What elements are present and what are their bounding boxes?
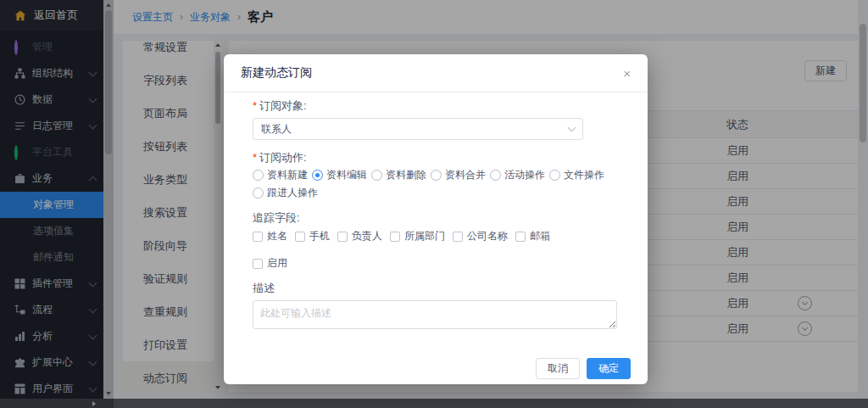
select-value: 联系人: [261, 122, 292, 137]
modal-header: 新建动态订阅 ×: [224, 54, 648, 92]
radio-option[interactable]: 资料新建: [253, 168, 308, 182]
radio-icon: [431, 170, 442, 181]
radio-label: 跟进人操作: [267, 186, 318, 200]
radio-option[interactable]: 资料删除: [371, 168, 426, 182]
radio-icon: [371, 170, 382, 181]
checkbox-box: [515, 232, 526, 242]
description-label: 描述: [253, 282, 617, 295]
radio-label: 活动操作: [504, 168, 545, 182]
modal-title: 新建动态订阅: [241, 65, 312, 81]
radio-option[interactable]: 文件操作: [549, 168, 604, 182]
chevron-down-icon: [568, 123, 576, 131]
track-fields-label: 追踪字段:: [253, 211, 617, 225]
enable-checkbox[interactable]: 启用: [253, 256, 609, 271]
checkbox-label: 邮箱: [530, 229, 550, 243]
cancel-button[interactable]: 取消: [536, 358, 580, 379]
track-fields-checkbox-group: 姓名手机负责人所属部门公司名称邮箱: [253, 229, 617, 243]
radio-label: 资料新建: [267, 168, 308, 182]
radio-option[interactable]: 资料编辑: [312, 168, 367, 182]
radio-selected-icon: [312, 170, 323, 181]
radio-icon: [490, 170, 501, 181]
radio-icon: [549, 170, 560, 181]
subscribe-object-select[interactable]: 联系人: [253, 118, 583, 140]
checkbox-label: 手机: [309, 229, 330, 243]
enable-label: 启用: [267, 256, 287, 271]
modal-body: 订阅对象: 联系人 订阅动作: 资料新建资料编辑资料删除资料合并活动操作文件操作…: [224, 92, 648, 329]
radio-option[interactable]: 跟进人操作: [253, 186, 318, 200]
subscribe-object-label: 订阅对象:: [253, 99, 617, 113]
radio-label: 文件操作: [564, 168, 604, 182]
checkbox-box: [390, 232, 400, 242]
checkbox-option[interactable]: 姓名: [253, 229, 287, 243]
radio-label: 资料合并: [445, 168, 486, 182]
radio-label: 资料编辑: [326, 168, 367, 182]
modal-footer: 取消 确定: [536, 358, 631, 379]
checkbox-label: 公司名称: [467, 229, 508, 243]
checkbox-label: 负责人: [352, 229, 382, 243]
checkbox-label: 姓名: [267, 229, 287, 243]
checkbox-label: 所属部门: [404, 229, 445, 243]
close-icon[interactable]: ×: [623, 67, 631, 80]
new-subscription-modal: 新建动态订阅 × 订阅对象: 联系人 订阅动作: 资料新建资料编辑资料删除资料合…: [224, 54, 648, 384]
checkbox-box: [253, 259, 263, 269]
checkbox-box: [337, 232, 348, 242]
radio-icon: [253, 170, 264, 181]
radio-icon: [253, 187, 264, 198]
checkbox-box: [295, 232, 305, 242]
subscribe-action-radio-group: 资料新建资料编辑资料删除资料合并活动操作文件操作跟进人操作: [253, 168, 617, 200]
checkbox-option[interactable]: 所属部门: [390, 229, 445, 243]
checkbox-box: [453, 232, 463, 242]
checkbox-option[interactable]: 负责人: [337, 229, 382, 243]
checkbox-option[interactable]: 邮箱: [515, 229, 550, 243]
radio-option[interactable]: 资料合并: [431, 168, 486, 182]
checkbox-option[interactable]: 手机: [295, 229, 330, 243]
confirm-button[interactable]: 确定: [587, 358, 631, 379]
checkbox-option[interactable]: 公司名称: [453, 229, 508, 243]
radio-label: 资料删除: [386, 168, 426, 182]
radio-option[interactable]: 活动操作: [490, 168, 545, 182]
subscribe-action-label: 订阅动作:: [253, 151, 617, 165]
checkbox-box: [253, 232, 263, 242]
description-textarea[interactable]: [253, 300, 617, 329]
